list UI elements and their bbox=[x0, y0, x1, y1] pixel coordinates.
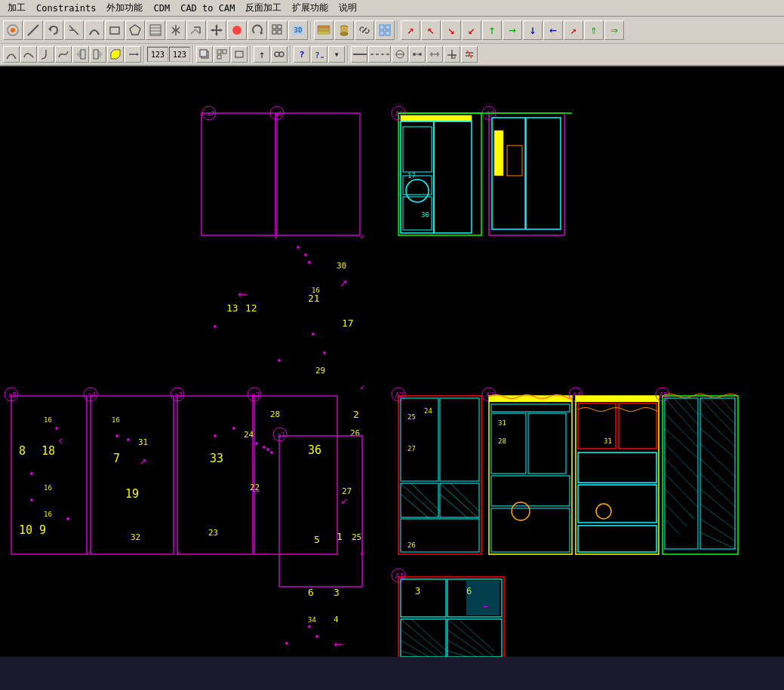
tb-arrow-nw[interactable]: ↖ bbox=[421, 20, 441, 40]
tb-arrow-sw[interactable]: ↙ bbox=[462, 20, 481, 40]
tb2-line-dash[interactable] bbox=[368, 46, 391, 63]
tb-arrow-ne[interactable]: ↗ bbox=[401, 20, 420, 40]
tb-circle[interactable] bbox=[227, 20, 247, 40]
tb2-fillet[interactable] bbox=[38, 46, 54, 63]
tb-arc[interactable] bbox=[85, 20, 104, 40]
tb-cylinder[interactable] bbox=[334, 20, 354, 40]
menu-kuozhan[interactable]: 扩展功能 bbox=[287, 1, 333, 15]
tb2-help1[interactable]: ? bbox=[294, 46, 310, 63]
menu-fanmian[interactable]: 反面加工 bbox=[241, 1, 286, 15]
tb2-up[interactable]: ↑ bbox=[254, 46, 270, 63]
tb2-node[interactable] bbox=[409, 46, 426, 63]
tb2-chain[interactable] bbox=[271, 46, 287, 63]
svg-rect-31 bbox=[81, 50, 85, 59]
svg-point-43 bbox=[275, 52, 279, 57]
tb2-array2[interactable] bbox=[214, 46, 230, 63]
svg-text:28: 28 bbox=[498, 437, 506, 445]
menu-waijia[interactable]: 外加功能 bbox=[102, 1, 147, 15]
menu-cdm[interactable]: CDM bbox=[149, 2, 174, 14]
tb2-perp[interactable] bbox=[444, 46, 460, 63]
tb2-arc1[interactable] bbox=[3, 46, 20, 63]
tb-cross-up[interactable]: ⇑ bbox=[584, 20, 604, 40]
tb2-dim[interactable] bbox=[426, 46, 443, 63]
tb-arrow-up[interactable]: ↑ bbox=[482, 20, 502, 40]
svg-rect-21 bbox=[318, 29, 330, 31]
svg-text:17: 17 bbox=[407, 172, 416, 179]
menu-cad-to-cam[interactable]: CAD to CAM bbox=[176, 2, 239, 14]
svg-rect-213 bbox=[401, 579, 446, 617]
tb2-chamfer[interactable] bbox=[107, 46, 124, 63]
svg-text:12: 12 bbox=[245, 302, 257, 314]
svg-marker-30 bbox=[76, 50, 81, 59]
svg-point-80 bbox=[278, 359, 281, 362]
tb-cross-ne[interactable]: ↗ bbox=[564, 20, 583, 40]
svg-rect-184 bbox=[576, 396, 659, 402]
tb-arrow-left[interactable]: ← bbox=[543, 20, 563, 40]
svg-rect-187 bbox=[578, 452, 656, 483]
tb2-notequal[interactable] bbox=[461, 46, 478, 63]
svg-rect-189 bbox=[578, 526, 656, 552]
svg-text:1: 1 bbox=[337, 531, 343, 542]
svg-point-207 bbox=[308, 625, 311, 628]
svg-point-84 bbox=[304, 253, 307, 256]
tb-rotate[interactable] bbox=[247, 20, 267, 40]
svg-text:16: 16 bbox=[44, 416, 52, 424]
svg-text:16: 16 bbox=[312, 287, 320, 294]
tb-hatch[interactable] bbox=[146, 20, 165, 40]
tb-arrow-se[interactable]: ↘ bbox=[441, 20, 461, 40]
tb-polygon[interactable] bbox=[125, 20, 145, 40]
tb2-arc2[interactable] bbox=[20, 46, 37, 63]
svg-rect-33 bbox=[94, 50, 98, 59]
svg-point-83 bbox=[297, 246, 300, 249]
svg-rect-40 bbox=[223, 50, 226, 54]
menu-jigong[interactable]: 加工 bbox=[3, 1, 30, 15]
tb-select[interactable] bbox=[3, 20, 23, 40]
svg-rect-4 bbox=[110, 27, 119, 34]
cad-canvas[interactable]: a7 a6 13 12 21 17 30 16 29 ← ↗ A7 A6 bbox=[0, 66, 784, 657]
tb-arrow-right[interactable]: → bbox=[503, 20, 522, 40]
tb-undo[interactable] bbox=[44, 20, 63, 40]
tb-move[interactable] bbox=[207, 20, 226, 40]
svg-text:18: 18 bbox=[42, 444, 55, 458]
svg-text:a1: a1 bbox=[277, 431, 285, 439]
tb2-circle-line[interactable] bbox=[392, 46, 408, 63]
tb2-dropdown[interactable]: ▾ bbox=[328, 46, 345, 63]
menu-shuoming[interactable]: 说明 bbox=[334, 1, 361, 15]
svg-text:36: 36 bbox=[308, 443, 321, 457]
svg-text:←: ← bbox=[253, 483, 260, 498]
tb-rect[interactable] bbox=[105, 20, 125, 40]
svg-text:a4: a4 bbox=[88, 391, 96, 399]
tb-trim[interactable] bbox=[64, 20, 84, 40]
tb2-extend[interactable] bbox=[125, 46, 141, 63]
tb2-copy[interactable] bbox=[196, 46, 213, 63]
svg-text:←: ← bbox=[238, 284, 247, 302]
tb2-clip-r[interactable] bbox=[90, 46, 106, 63]
tb-3d[interactable]: 3D bbox=[288, 20, 308, 40]
tb2-line-solid[interactable] bbox=[351, 46, 367, 63]
tb-line[interactable] bbox=[23, 20, 43, 40]
tb-cross-right[interactable]: ⇒ bbox=[604, 20, 624, 40]
tb-link[interactable] bbox=[355, 20, 374, 40]
tb-grid[interactable] bbox=[375, 20, 395, 40]
svg-text:↙: ↙ bbox=[360, 547, 365, 557]
tb-array[interactable] bbox=[268, 20, 287, 40]
svg-marker-5 bbox=[130, 25, 140, 35]
tb-stretch[interactable] bbox=[186, 20, 206, 40]
svg-rect-176 bbox=[491, 476, 570, 506]
tb-layers[interactable] bbox=[314, 20, 334, 40]
svg-point-153 bbox=[255, 442, 258, 445]
svg-text:a5: a5 bbox=[8, 391, 17, 399]
tb2-clip-l[interactable] bbox=[72, 46, 89, 63]
svg-text:a3: a3 bbox=[174, 391, 183, 399]
svg-text:29: 29 bbox=[315, 366, 325, 376]
tb2-spline[interactable] bbox=[55, 46, 72, 63]
tb-mirror[interactable] bbox=[166, 20, 186, 40]
toolbar-row1: 3D ↗ ↖ ↘ ↙ ↑ → ↓ ← ↗ ⇑ ⇒ bbox=[0, 17, 784, 44]
svg-point-156 bbox=[270, 451, 273, 454]
tb-arrow-down[interactable]: ↓ bbox=[523, 20, 543, 40]
tb2-rect2[interactable] bbox=[231, 46, 247, 63]
tb2-help2[interactable]: ? bbox=[311, 46, 327, 63]
svg-text:←: ← bbox=[483, 601, 488, 612]
svg-text:24: 24 bbox=[244, 430, 254, 440]
menu-constraints[interactable]: Constraints bbox=[32, 2, 100, 14]
